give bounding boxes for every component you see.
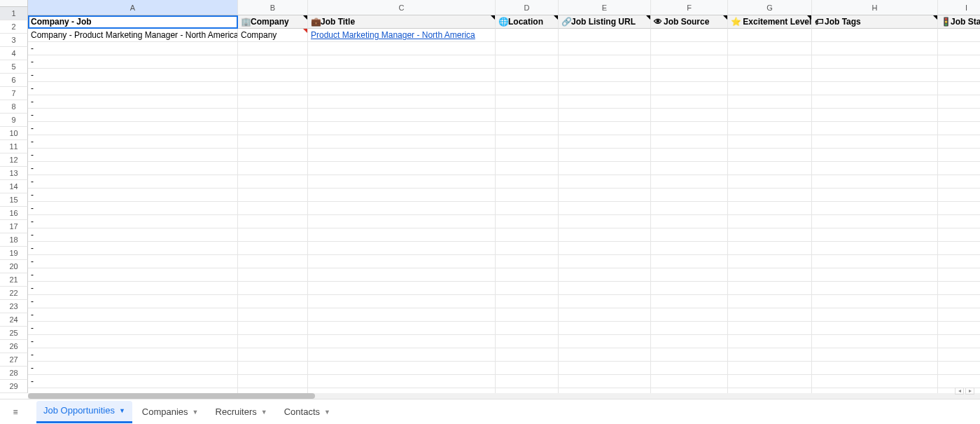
cell[interactable] [308,135,496,149]
cell[interactable] [559,95,651,109]
cell[interactable] [812,122,938,135]
cell[interactable] [559,189,651,202]
cell[interactable]: 💼Job Title [308,15,496,29]
cell[interactable] [938,82,980,95]
tab-companies[interactable]: Companies ▼ [135,401,206,423]
column-header[interactable]: A [28,0,238,15]
cell[interactable] [938,268,980,282]
job-title-link[interactable]: Product Marketing Manager - North Americ… [311,30,475,40]
cell[interactable] [938,242,980,255]
cell[interactable] [812,29,938,42]
cell[interactable] [308,189,496,202]
cell[interactable] [938,335,980,348]
row-header[interactable]: 12 [0,153,28,167]
tab-recruiters[interactable]: Recruiters ▼ [209,401,274,423]
cell[interactable] [728,122,812,135]
cell[interactable] [238,189,308,202]
row-header[interactable]: 19 [0,247,28,260]
cell[interactable] [812,55,938,69]
cell[interactable] [728,202,812,215]
cell[interactable] [938,69,980,82]
row-header[interactable]: 5 [0,60,28,74]
cell[interactable] [728,135,812,149]
dropdown-icon[interactable]: ▼ [261,401,267,423]
cell[interactable]: - [28,215,238,228]
cell[interactable] [559,335,651,348]
cell[interactable] [651,82,728,95]
cell[interactable] [308,175,496,189]
cell[interactable] [728,388,812,393]
cell[interactable] [651,69,728,82]
cell[interactable] [496,55,559,69]
cell[interactable]: 🌐Location [496,15,559,29]
cell[interactable] [496,322,559,335]
cell[interactable] [238,162,308,175]
cell[interactable] [812,149,938,162]
cell[interactable] [559,162,651,175]
cell[interactable] [812,322,938,335]
cell[interactable] [812,255,938,268]
cell[interactable] [559,215,651,228]
column-header[interactable]: F [651,0,728,15]
cell[interactable] [308,95,496,109]
scroll-right-icon[interactable]: ▸ [965,388,974,395]
row-header[interactable]: 24 [0,313,28,327]
cell[interactable] [938,29,980,42]
cell[interactable] [496,268,559,282]
cell[interactable] [728,295,812,308]
row-header[interactable]: 6 [0,74,28,87]
cell[interactable] [651,362,728,375]
cell[interactable] [651,202,728,215]
cell[interactable] [308,322,496,335]
cell[interactable] [651,322,728,335]
cell[interactable]: 🚦Job Status [938,15,980,29]
cell[interactable]: - [28,282,238,295]
cell[interactable] [496,29,559,42]
cell[interactable] [651,255,728,268]
cell[interactable] [496,82,559,95]
cell[interactable] [651,135,728,149]
cell[interactable] [559,109,651,122]
cell[interactable] [559,228,651,242]
cell[interactable] [728,242,812,255]
cell[interactable] [308,109,496,122]
cell[interactable]: Company - Product Marketing Manager - No… [28,29,238,42]
cell[interactable] [308,335,496,348]
row-header[interactable]: 10 [0,127,28,140]
cell[interactable] [728,95,812,109]
cell[interactable] [308,282,496,295]
cell[interactable] [496,348,559,362]
cell[interactable] [308,362,496,375]
cell[interactable] [812,375,938,388]
row-header[interactable]: 14 [0,180,28,193]
cell[interactable] [559,82,651,95]
row-header[interactable]: 8 [0,100,28,114]
cell[interactable] [728,82,812,95]
cell[interactable] [496,228,559,242]
cell[interactable] [938,228,980,242]
cell[interactable]: Company [238,29,308,42]
cell[interactable] [559,388,651,393]
cell[interactable] [651,215,728,228]
cell[interactable] [728,348,812,362]
cell[interactable]: - [28,362,238,375]
cell[interactable] [938,95,980,109]
cell[interactable] [651,268,728,282]
cell[interactable]: - [28,348,238,362]
cell[interactable]: Product Marketing Manager - North Americ… [308,29,496,42]
cell[interactable] [812,335,938,348]
cell[interactable] [559,348,651,362]
cell[interactable] [559,282,651,295]
cell[interactable] [728,162,812,175]
cell[interactable] [728,362,812,375]
cell[interactable] [308,388,496,393]
cell[interactable] [238,268,308,282]
cell[interactable] [559,175,651,189]
cell[interactable] [812,228,938,242]
cell[interactable] [728,282,812,295]
cell[interactable]: ⭐ Excitement Level [728,15,812,29]
row-header[interactable]: 1 [0,7,28,20]
cell[interactable] [496,175,559,189]
cell[interactable] [728,255,812,268]
horizontal-scrollbar[interactable] [28,393,980,399]
